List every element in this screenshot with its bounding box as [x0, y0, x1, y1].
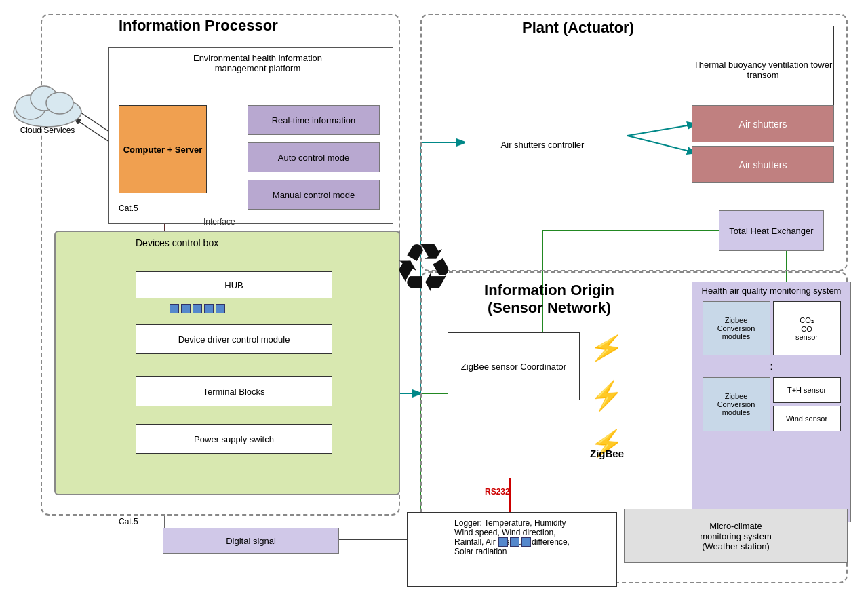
- health-air-label: Health air quality monitoring system: [702, 286, 842, 296]
- cat5-top-label: Cat.5: [119, 203, 138, 213]
- thermal-buoyancy-box: Thermal buoyancy ventilation tower trans…: [692, 26, 834, 114]
- dot-4: [204, 304, 214, 313]
- air-shutters-1-box: Air shutters: [692, 105, 834, 142]
- air-shutters-controller-box: Air shutters controller: [465, 121, 620, 168]
- th-sensor-box: T+H sensor: [773, 377, 841, 403]
- lightning-bolt-1: ⚡: [587, 330, 626, 367]
- wind-sensor-box: Wind sensor: [773, 406, 841, 431]
- connector-dots: [170, 304, 225, 313]
- manual-control-box: Manual control mode: [248, 180, 380, 210]
- cat5-bottom-label: Cat.5: [119, 517, 138, 526]
- total-heat-exchanger-box: Total Heat Exchanger: [719, 210, 824, 251]
- digital-signal-box: Digital signal: [163, 528, 339, 554]
- lightning-bolt-2: ⚡: [589, 379, 625, 413]
- recycle-arrows: ♻: [393, 234, 454, 302]
- rs232-label: RS232: [485, 487, 510, 497]
- logger-connectors: [498, 537, 531, 547]
- platform-label: Environmental health information managem…: [183, 53, 332, 73]
- hub-box: HUB: [136, 271, 332, 298]
- logger-dot-1: [498, 537, 508, 547]
- zigbee-conv-2-box: Zigbee Conversion modules: [703, 377, 770, 431]
- dot-2: [181, 304, 191, 313]
- devices-box-label: Devices control box: [136, 237, 218, 248]
- realtime-box: Real-time information: [248, 105, 380, 135]
- computer-server-box: Computer + Server: [119, 105, 207, 193]
- svg-point-33: [46, 92, 73, 114]
- terminal-blocks-box: Terminal Blocks: [136, 376, 332, 406]
- device-driver-box: Device driver control module: [136, 324, 332, 354]
- logger-dot-2: [510, 537, 519, 547]
- logger-box: Logger: Temperature, Humidity Wind speed…: [407, 512, 617, 587]
- dot-3: [193, 304, 202, 313]
- zigbee-label: ZigBee: [590, 448, 624, 459]
- microclimate-box: Micro-climate monitoring system (Weather…: [624, 509, 848, 563]
- logger-dot-3: [521, 537, 531, 547]
- plant-title: Plant (Actuator): [522, 19, 634, 37]
- diagram: Information Processor Environmental heal…: [0, 0, 868, 601]
- zigbee-coordinator-box: ZigBee sensor Coordinator: [448, 332, 580, 400]
- dot-5: [216, 304, 225, 313]
- auto-control-box: Auto control mode: [248, 142, 380, 172]
- dots-separator: :: [770, 361, 773, 372]
- power-supply-box: Power supply switch: [136, 424, 332, 454]
- cloud-svg: [7, 75, 88, 129]
- air-shutters-2-box: Air shutters: [692, 146, 834, 183]
- dot-1: [170, 304, 179, 313]
- cloud-label: Cloud Services: [10, 125, 85, 135]
- interface-label: Interface: [203, 217, 235, 227]
- health-air-box: Health air quality monitoring system Zig…: [692, 282, 851, 522]
- info-processor-title: Information Processor: [119, 17, 278, 35]
- co2-co-box: CO₂ CO sensor: [773, 301, 841, 355]
- info-origin-title: Information Origin(Sensor Network): [448, 282, 651, 317]
- zigbee-conv-1-box: Zigbee Conversion modules: [703, 301, 770, 355]
- devices-control-box: [54, 231, 400, 495]
